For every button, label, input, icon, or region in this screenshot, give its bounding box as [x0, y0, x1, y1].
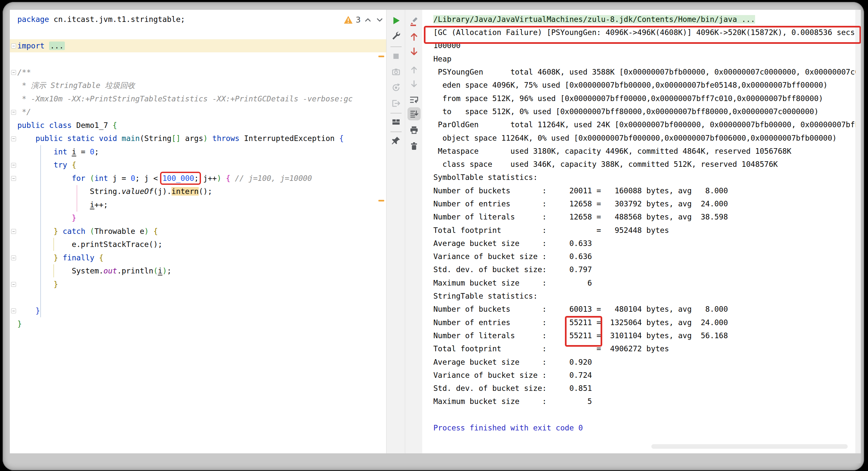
- prev-occurrence-icon: [407, 63, 421, 76]
- code-line[interactable]: i++;: [10, 198, 386, 212]
- ide-window: package cn.itcast.jvm.t1.stringtable;imp…: [3, 2, 864, 470]
- scroll-to-end-icon[interactable]: [407, 107, 421, 121]
- toolbar-divider: [391, 46, 402, 47]
- ide-content: package cn.itcast.jvm.t1.stringtable;imp…: [10, 10, 861, 453]
- code-line[interactable]: e.printStackTrace();: [10, 238, 386, 251]
- toolbar-divider: [391, 132, 402, 132]
- clear-all-icon[interactable]: [407, 140, 421, 153]
- restart-debugger-icon: [390, 81, 403, 94]
- code-line[interactable]: }: [10, 304, 386, 317]
- fold-marker-icon[interactable]: [11, 43, 16, 48]
- console-line: object space 11264K, 0% used [0x00000007…: [422, 132, 856, 144]
- console-line: Number of literals : 55211 = 3101104 byt…: [422, 329, 856, 342]
- console-line: [422, 408, 856, 421]
- console-line: from space 512K, 96% used [0x00000007bff…: [422, 92, 856, 105]
- toolbar-divider: [391, 113, 402, 113]
- code-line[interactable]: } catch (Throwable e) {: [10, 225, 386, 238]
- code-line[interactable]: import ...: [10, 39, 386, 53]
- error-stripe-tick[interactable]: [378, 56, 384, 57]
- fold-marker-icon[interactable]: [11, 282, 16, 287]
- code-line[interactable]: [10, 52, 386, 66]
- code-line[interactable]: int i = 0;: [10, 145, 386, 159]
- soft-wrap-icon[interactable]: [407, 93, 421, 106]
- code-line[interactable]: */: [10, 105, 386, 119]
- code-line[interactable]: public class Demo1_7 {: [10, 119, 386, 132]
- pin-tab-icon[interactable]: [390, 134, 403, 147]
- exit-icon: [390, 97, 403, 110]
- code-line[interactable]: /**: [10, 66, 386, 79]
- console-line: Std. dev. of bucket size: 0.797: [422, 263, 856, 276]
- marker-pen-icon[interactable]: [407, 15, 421, 29]
- console-line: Total footprint : = 4906272 bytes: [422, 342, 856, 355]
- console-line: Number of buckets : 60013 = 480104 bytes…: [422, 303, 856, 316]
- console-line: Number of entries : 12658 = 303792 bytes…: [422, 197, 856, 210]
- code-line[interactable]: }: [10, 317, 386, 331]
- settings-wrench-icon[interactable]: [390, 29, 403, 42]
- console-line: class space used 346K, capacity 388K, co…: [422, 158, 856, 171]
- console-line: Maximum bucket size : 5: [422, 395, 856, 408]
- console-line: to space 512K, 0% used [0x00000007bff800…: [422, 105, 856, 118]
- console-line: Average bucket size : 0.633: [422, 237, 856, 250]
- next-occurrence-icon: [407, 77, 421, 91]
- console-line: /Library/Java/JavaVirtualMachines/zulu-8…: [422, 13, 856, 26]
- console-line: Number of buckets : 20011 = 160088 bytes…: [422, 184, 856, 197]
- error-stripe-tick[interactable]: [378, 200, 384, 201]
- console-line: 100000: [422, 39, 856, 52]
- code-line[interactable]: package cn.itcast.jvm.t1.stringtable;: [10, 13, 386, 26]
- chevron-up-icon[interactable]: [363, 15, 372, 25]
- fold-marker-icon[interactable]: [11, 70, 16, 75]
- console-line: Std. dev. of bucket size: 0.851: [422, 382, 856, 395]
- inspection-widget[interactable]: 3: [343, 15, 384, 25]
- code-line[interactable]: [10, 291, 386, 304]
- code-line[interactable]: for (int j = 0; j < 100_000; j++) { // j…: [10, 172, 386, 185]
- console-line: Number of literals : 12658 = 488568 byte…: [422, 210, 856, 224]
- console-line: Maximum bucket size : 6: [422, 276, 856, 290]
- code-line[interactable]: }: [10, 278, 386, 291]
- code-line[interactable]: * -Xmx10m -XX:+PrintStringTableStatistic…: [10, 92, 386, 106]
- up-stack-trace-icon[interactable]: [407, 30, 421, 43]
- fold-marker-icon[interactable]: [11, 308, 16, 313]
- fold-marker-icon[interactable]: [11, 176, 16, 181]
- console-line: Metaspace used 3180K, capacity 4496K, co…: [422, 144, 856, 158]
- code-line[interactable]: public static void main(String[] args) t…: [10, 132, 386, 145]
- warning-count: 3: [356, 15, 361, 25]
- fold-marker-icon[interactable]: [11, 163, 16, 168]
- code-line[interactable]: try {: [10, 158, 386, 172]
- code-area[interactable]: package cn.itcast.jvm.t1.stringtable;imp…: [10, 13, 386, 331]
- window-bottom-chrome: [10, 453, 861, 463]
- fold-marker-icon[interactable]: [11, 136, 16, 141]
- console-line: PSYoungGen total 4608K, used 3588K [0x00…: [422, 65, 856, 78]
- console-pane[interactable]: /Library/Java/JavaVirtualMachines/zulu-8…: [422, 10, 856, 453]
- print-icon[interactable]: [407, 124, 421, 137]
- console-line: SymbolTable statistics:: [422, 171, 856, 184]
- editor-pane[interactable]: package cn.itcast.jvm.t1.stringtable;imp…: [10, 10, 386, 453]
- console-line: StringTable statistics:: [422, 290, 856, 303]
- console-line: Process finished with exit code 0: [422, 421, 856, 434]
- code-line[interactable]: [10, 26, 386, 39]
- code-line[interactable]: System.out.println(i);: [10, 264, 386, 278]
- console-horizontal-scrollbar[interactable]: [651, 444, 848, 449]
- screenshot-stage: package cn.itcast.jvm.t1.stringtable;imp…: [0, 0, 868, 471]
- console-toolbar: [405, 10, 423, 453]
- run-toolbar: [386, 10, 405, 453]
- console-line: Heap: [422, 52, 856, 65]
- code-line[interactable]: } finally {: [10, 251, 386, 265]
- console-line: Variance of bucket size : 0.724: [422, 369, 856, 382]
- thread-dump-camera-icon: [390, 65, 403, 78]
- console-vertical-scrollbar[interactable]: [856, 10, 861, 453]
- fold-marker-icon[interactable]: [11, 229, 16, 234]
- code-line[interactable]: String.valueOf(j).intern();: [10, 185, 386, 198]
- down-stack-trace-icon[interactable]: [407, 45, 421, 58]
- console-line: Average bucket size : 0.920: [422, 356, 856, 369]
- restore-layout-icon[interactable]: [390, 115, 403, 129]
- console-line: ParOldGen total 11264K, used 24K [0x0000…: [422, 118, 856, 131]
- fold-marker-icon[interactable]: [11, 256, 16, 260]
- chevron-down-icon[interactable]: [375, 15, 384, 25]
- code-line[interactable]: }: [10, 211, 386, 225]
- rerun-icon[interactable]: [390, 14, 403, 27]
- fold-marker-icon[interactable]: [11, 110, 16, 115]
- console-line: Number of entries : 55211 = 1325064 byte…: [422, 316, 856, 329]
- console-line: Total footprint : = 952448 bytes: [422, 224, 856, 237]
- code-line[interactable]: * 演示 StringTable 垃圾回收: [10, 79, 386, 92]
- console-line: [GC (Allocation Failure) [PSYoungGen: 40…: [422, 26, 856, 39]
